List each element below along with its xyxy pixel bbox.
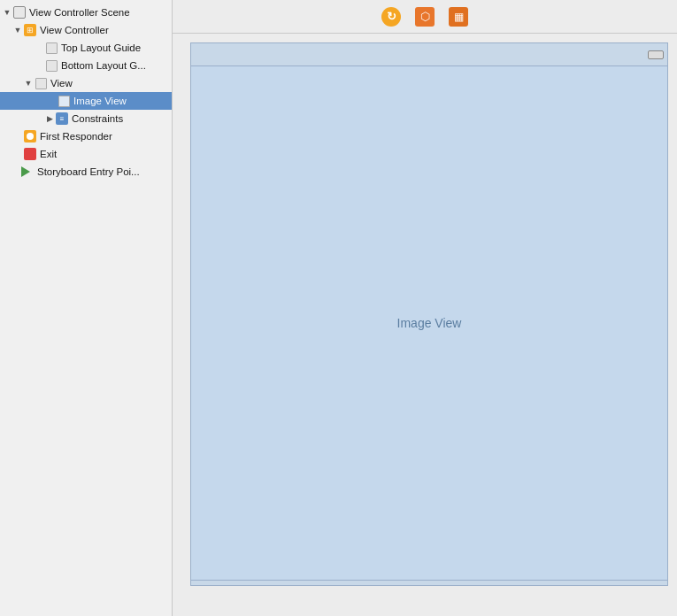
scene-label: View Controller Scene bbox=[29, 4, 130, 21]
sidebar-item-view[interactable]: View bbox=[0, 74, 172, 92]
scene-icon bbox=[12, 5, 27, 19]
arrow-constraints bbox=[44, 114, 55, 123]
sidebar-item-constraints[interactable]: Constraints bbox=[0, 110, 172, 127]
view-label: View bbox=[50, 74, 73, 92]
image-view-canvas-label: Image View bbox=[397, 316, 462, 330]
sidebar-item-scene[interactable]: View Controller Scene bbox=[0, 4, 172, 21]
sidebar-item-first-responder[interactable]: First Responder bbox=[0, 127, 172, 145]
main-layout: View Controller Scene View Controller To… bbox=[0, 0, 677, 616]
bottom-layout-icon bbox=[44, 58, 58, 73]
embed-in-icon bbox=[415, 7, 435, 27]
constraints-label: Constraints bbox=[72, 110, 123, 127]
image-view-label: Image View bbox=[73, 92, 127, 110]
first-responder-label: First Responder bbox=[40, 127, 112, 145]
image-view-icon bbox=[57, 94, 71, 108]
sidebar-item-vc[interactable]: View Controller bbox=[0, 21, 172, 39]
resolve-autolayout-icon bbox=[449, 7, 468, 27]
arrow-view bbox=[23, 79, 34, 88]
arrow-scene bbox=[2, 8, 12, 17]
device-status-bar bbox=[191, 43, 667, 66]
sidebar-item-bottom-layout[interactable]: Bottom Layout G... bbox=[0, 57, 172, 74]
canvas-toolbar bbox=[173, 0, 677, 34]
vc-icon bbox=[23, 23, 37, 37]
top-layout-label: Top Layout Guide bbox=[61, 39, 141, 57]
device-content[interactable]: Image View bbox=[191, 66, 667, 580]
update-frames-icon bbox=[381, 7, 401, 27]
first-responder-icon bbox=[23, 129, 37, 143]
vc-container: Image View bbox=[190, 42, 668, 586]
canvas-scroll[interactable]: Image View bbox=[173, 34, 677, 616]
view-icon bbox=[34, 76, 48, 90]
exit-label: Exit bbox=[40, 145, 57, 163]
bottom-layout-label: Bottom Layout G... bbox=[61, 57, 146, 74]
entry-icon bbox=[19, 165, 34, 179]
embed-in-button[interactable] bbox=[412, 4, 437, 29]
sidebar-item-entry[interactable]: Storyboard Entry Poi... bbox=[0, 163, 172, 181]
vc-label: View Controller bbox=[40, 21, 109, 39]
top-layout-icon bbox=[44, 41, 58, 55]
device-bottom-bar bbox=[191, 580, 667, 585]
entry-label: Storyboard Entry Poi... bbox=[37, 163, 140, 181]
sidebar: View Controller Scene View Controller To… bbox=[0, 0, 173, 616]
resolve-autolayout-button[interactable] bbox=[446, 4, 471, 29]
canvas-area: Image View bbox=[173, 0, 677, 616]
exit-icon bbox=[23, 147, 37, 161]
status-bar-button bbox=[648, 50, 664, 59]
device-frame: Image View bbox=[190, 42, 668, 586]
arrow-vc bbox=[12, 26, 23, 35]
sidebar-item-exit[interactable]: Exit bbox=[0, 145, 172, 163]
update-frames-button[interactable] bbox=[379, 4, 404, 29]
constraints-icon bbox=[55, 112, 69, 126]
sidebar-item-top-layout[interactable]: Top Layout Guide bbox=[0, 39, 172, 57]
sidebar-item-image-view[interactable]: Image View bbox=[0, 92, 172, 110]
